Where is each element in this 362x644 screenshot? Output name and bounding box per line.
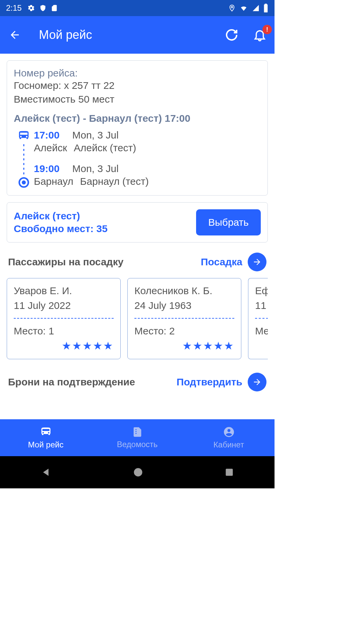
nav-cabinet[interactable]: Кабинет [183, 419, 275, 456]
trip-card: Номер рейса: Госномер: х 257 тт 22 Вмест… [7, 60, 268, 196]
passengers-section-header: Пассажиры на посадку Посадка [7, 253, 268, 271]
page-title: Мой рейс [39, 28, 92, 42]
boarding-action[interactable]: Посадка [201, 253, 266, 271]
location-icon [228, 4, 236, 12]
wifi-icon [239, 4, 248, 12]
content: Номер рейса: Госномер: х 257 тт 22 Вмест… [0, 54, 275, 405]
nav-my-trip[interactable]: Мой рейс [0, 419, 92, 456]
sys-home-button[interactable] [133, 467, 143, 477]
arrow-right-icon [248, 253, 266, 271]
arrival-time: 19:00 [34, 163, 71, 174]
gear-icon [27, 4, 35, 12]
passenger-date: 11 J [255, 300, 268, 311]
back-button[interactable] [7, 27, 23, 43]
bookings-title: Брони на подтверждение [8, 376, 135, 388]
destination-icon [18, 176, 30, 189]
departure-station: Алейск (тест) [74, 142, 136, 153]
bookings-section-header: Брони на подтверждение Подтвердить [7, 373, 268, 391]
shield-icon [39, 4, 47, 12]
nav-register[interactable]: Ведомость [92, 419, 183, 456]
sys-recent-button[interactable] [225, 468, 234, 477]
account-icon [223, 426, 235, 438]
passengers-title: Пассажиры на посадку [8, 256, 123, 268]
departure-city: Алейск [34, 142, 67, 153]
free-seats: Свободно мест: 35 [14, 223, 108, 234]
notification-badge: ! [262, 25, 272, 34]
status-bar: 2:15 [0, 0, 275, 16]
svg-rect-1 [265, 4, 267, 5]
select-button[interactable]: Выбрать [196, 209, 261, 235]
passenger-card[interactable]: Колесников К. Б. 24 July 1963 Место: 2 ★… [127, 278, 241, 359]
refresh-button[interactable] [224, 27, 240, 43]
nav-label: Кабинет [214, 440, 244, 449]
arrival-city: Барнаул [34, 176, 73, 187]
capacity: Вместимость 50 мест [14, 93, 261, 106]
passenger-name: Ефр [255, 285, 268, 297]
system-nav [0, 456, 275, 488]
passenger-seat: Место: 2 [134, 325, 234, 337]
svg-rect-0 [264, 4, 268, 12]
passenger-name: Уваров Е. И. [14, 285, 114, 297]
bus-icon [40, 426, 52, 438]
rating-stars: ★★★★★ [134, 339, 234, 352]
nav-label: Ведомость [117, 440, 158, 449]
arrival-station: Барнаул (тест) [80, 176, 149, 187]
signal-icon [252, 4, 260, 12]
divider [134, 318, 234, 319]
confirm-action[interactable]: Подтвердить [177, 373, 266, 391]
app-bar: Мой рейс ! [0, 16, 275, 54]
route-title: Алейск (тест) - Барнаул (тест) 17:00 [14, 113, 261, 124]
passenger-card[interactable]: Уваров Е. И. 11 July 2022 Место: 1 ★★★★★ [7, 278, 121, 359]
departure-date: Mon, 3 Jul [72, 129, 118, 141]
document-icon [132, 426, 143, 438]
passenger-name: Колесников К. Б. [134, 285, 234, 297]
bus-icon [17, 129, 30, 142]
passenger-date: 11 July 2022 [14, 300, 114, 311]
bottom-nav: Мой рейс Ведомость Кабинет [0, 419, 275, 456]
status-time: 2:15 [6, 3, 22, 13]
departure-time: 17:00 [34, 129, 71, 141]
passenger-card[interactable]: Ефр 11 J Ме [248, 278, 268, 359]
sd-card-icon [51, 4, 58, 12]
rating-stars: ★★★★★ [14, 339, 114, 352]
route-number-label: Номер рейса: [14, 67, 261, 79]
svg-point-5 [134, 468, 142, 477]
route-timeline [14, 129, 34, 189]
passenger-date: 24 July 1963 [134, 300, 234, 311]
passenger-seat: Ме [255, 325, 268, 337]
sys-back-button[interactable] [41, 467, 52, 478]
stop-select-card: Алейск (тест) Свободно мест: 35 Выбрать [7, 202, 268, 243]
svg-rect-6 [226, 469, 233, 476]
divider [255, 318, 268, 319]
arrow-right-icon [248, 373, 266, 391]
boarding-action-label: Посадка [201, 256, 242, 268]
plate-number: Госномер: х 257 тт 22 [14, 79, 261, 93]
nav-label: Мой рейс [28, 440, 64, 449]
stop-name: Алейск (тест) [14, 210, 108, 222]
arrival-date: Mon, 3 Jul [72, 163, 118, 174]
svg-point-4 [22, 180, 26, 184]
notifications-button[interactable]: ! [252, 27, 268, 43]
passenger-list[interactable]: Уваров Е. И. 11 July 2022 Место: 1 ★★★★★… [7, 278, 268, 359]
divider [14, 318, 114, 319]
passenger-seat: Место: 1 [14, 325, 114, 337]
battery-icon [263, 4, 268, 12]
confirm-action-label: Подтвердить [177, 376, 242, 388]
